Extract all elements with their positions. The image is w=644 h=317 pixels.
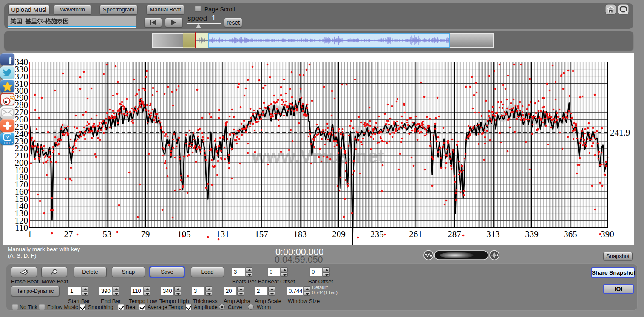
svg-text:287: 287: [448, 229, 461, 239]
svg-text:105: 105: [177, 229, 191, 239]
svg-text:HELP: HELP: [4, 141, 13, 145]
svg-text:340: 340: [15, 57, 28, 67]
svg-text:?: ?: [6, 135, 9, 140]
svg-text:183: 183: [293, 229, 307, 239]
svg-text:261: 261: [409, 229, 423, 239]
svg-text:f: f: [9, 54, 12, 65]
svg-text:313: 313: [486, 229, 500, 239]
svg-text:235: 235: [370, 229, 384, 239]
svg-text:365: 365: [564, 229, 577, 239]
svg-text:390: 390: [601, 229, 614, 239]
svg-text:241.9: 241.9: [610, 127, 630, 138]
svg-text:339: 339: [525, 229, 539, 239]
svg-text:131: 131: [216, 229, 230, 239]
svg-text:157: 157: [255, 229, 268, 239]
svg-text:79: 79: [141, 229, 150, 239]
svg-text:209: 209: [332, 229, 346, 239]
svg-text:27: 27: [64, 229, 73, 239]
svg-text:53: 53: [103, 229, 112, 239]
svg-text:1: 1: [28, 229, 32, 239]
